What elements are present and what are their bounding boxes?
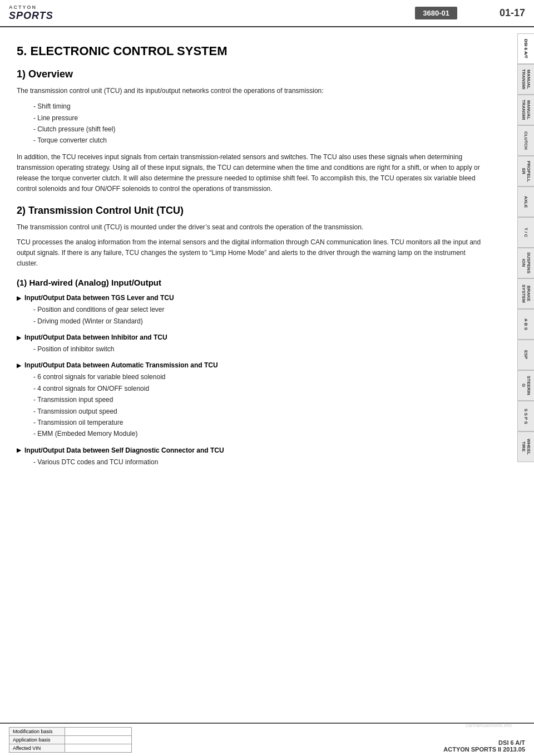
list-item: Position and conditions of gear select l… — [33, 304, 487, 315]
footer: Modification basis Application basis Aff… — [0, 723, 534, 756]
application-value — [65, 736, 132, 744]
application-label: Application basis — [9, 736, 65, 744]
list-item: Clutch pressure (shift feel) — [33, 124, 487, 135]
sidebar-item-steering[interactable]: STEERING — [517, 370, 534, 401]
sidebar-item-propeller[interactable]: PROPELLER — [517, 156, 534, 186]
sidebar-item-axle[interactable]: AXLE — [517, 186, 534, 217]
page-number: 01-17 — [500, 7, 525, 19]
sidebar-item-clutch[interactable]: CLUTCH — [517, 125, 534, 156]
header: ACTYON SPORTS 3680-01 01-17 — [0, 0, 534, 27]
group-transmission: Input/Output Data between Automatic Tran… — [17, 361, 487, 439]
footer-right: DSI 6 A/T ACTYON SPORTS II 2013.05 — [443, 739, 525, 753]
sidebar-item-abs[interactable]: A B S — [517, 309, 534, 340]
modification-label: Modification basis — [9, 728, 65, 736]
group-inhibitor-title: Input/Output Data between Inhibitor and … — [17, 333, 487, 341]
group-tgs-bullets: Position and conditions of gear select l… — [17, 304, 487, 327]
group-transmission-bullets: 6 control signals for variable bleed sol… — [17, 371, 487, 439]
list-item: Transmission oil temperature — [33, 417, 487, 428]
logo: ACTYON SPORTS — [9, 4, 53, 22]
sidebar: DSI 6 A/T MANUALTRANSMI MANUALTRANSMI CL… — [517, 33, 534, 462]
sidebar-item-manual1[interactable]: MANUALTRANSMI — [517, 64, 534, 95]
sidebar-item-ssps[interactable]: S S P S — [517, 401, 534, 431]
page-code: 3680-01 — [415, 7, 457, 19]
list-item: Driving moded (Winter or Standard) — [33, 316, 487, 327]
overview-paragraph: In addition, the TCU receives input sign… — [17, 152, 487, 195]
sidebar-item-tc[interactable]: T / C — [517, 217, 534, 248]
group-inhibitor: Input/Output Data between Inhibitor and … — [17, 333, 487, 355]
list-item: 6 control signals for variable bleed sol… — [33, 371, 487, 382]
footer-table: Modification basis Application basis Aff… — [9, 727, 132, 753]
main-content: 5. ELECTRONIC CONTROL SYSTEM 1) Overview… — [0, 27, 515, 481]
affected-label: Affected VIN — [9, 744, 65, 753]
affected-value — [65, 744, 132, 753]
list-item: 4 control signals for ON/OFF solenoid — [33, 383, 487, 394]
tcu-paragraph-1: The transmission control unit (TCU) is m… — [17, 222, 487, 233]
sidebar-item-manual2[interactable]: MANUALTRANSMI — [517, 95, 534, 125]
overview-intro: The transmission control unit (TCU) and … — [17, 86, 487, 96]
logo-actyon: ACTYON — [9, 4, 37, 10]
footer-edition: ACTYON SPORTS II 2013.05 — [443, 746, 525, 753]
sidebar-item-esp[interactable]: ESP — [517, 340, 534, 370]
group-inhibitor-bullets: Position of inhibitor switch — [17, 343, 487, 355]
overview-bullets: Shift timing Line pressure Clutch pressu… — [17, 101, 487, 146]
sidebar-item-suspension[interactable]: SUSPENSION — [517, 248, 534, 278]
list-item: EMM (Embeded Memory Module) — [33, 428, 487, 439]
subsection-2-title: 2) Transmission Control Unit (TCU) — [17, 205, 487, 217]
list-item: Transmission input speed — [33, 394, 487, 405]
list-item: Various DTC codes and TCU information — [33, 456, 487, 468]
group-diagnostic: Input/Output Data between Self Diagnosti… — [17, 446, 487, 468]
watermark: carmanualonline.info — [466, 723, 512, 728]
list-item: Torque converter clutch — [33, 135, 487, 146]
tcu-paragraph-2: TCU processes the analog information fro… — [17, 237, 487, 269]
list-item: Transmission output speed — [33, 406, 487, 417]
subsection-1-title: 1) Overview — [17, 68, 487, 80]
sidebar-item-wheel[interactable]: WHEELTIRE — [517, 431, 534, 462]
group-transmission-title: Input/Output Data between Automatic Tran… — [17, 361, 487, 369]
logo-sports: SPORTS — [9, 10, 53, 22]
group-tgs-title: Input/Output Data between TGS Lever and … — [17, 294, 487, 302]
sidebar-item-brake[interactable]: BRAKESYSTEM — [517, 278, 534, 309]
modification-value — [65, 728, 132, 736]
list-item: Shift timing — [33, 101, 487, 112]
analog-subheading: (1) Hard-wired (Analog) Input/Output — [17, 278, 487, 287]
group-diagnostic-title: Input/Output Data between Self Diagnosti… — [17, 446, 487, 454]
list-item: Line pressure — [33, 112, 487, 124]
group-tgs: Input/Output Data between TGS Lever and … — [17, 294, 487, 327]
footer-model: DSI 6 A/T — [443, 739, 525, 746]
section-title: 5. ELECTRONIC CONTROL SYSTEM — [17, 44, 487, 58]
list-item: Position of inhibitor switch — [33, 343, 487, 355]
sidebar-item-dsi6at[interactable]: DSI 6 A/T — [517, 33, 534, 64]
group-diagnostic-bullets: Various DTC codes and TCU information — [17, 456, 487, 468]
